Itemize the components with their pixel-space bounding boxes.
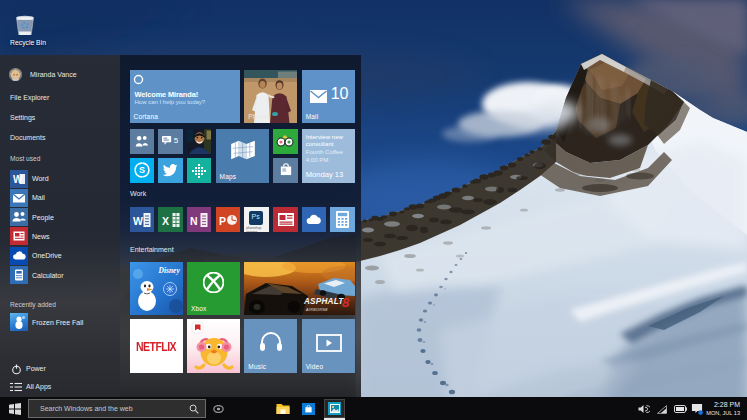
svg-text:Disney: Disney xyxy=(157,266,180,275)
svg-text:W: W xyxy=(13,174,23,185)
svg-text:N: N xyxy=(190,214,198,226)
svg-text:P: P xyxy=(219,214,226,226)
svg-text:S: S xyxy=(139,165,145,175)
svg-text:ASPHALT: ASPHALT xyxy=(303,297,344,306)
svg-text:8: 8 xyxy=(342,295,350,310)
svg-text:X: X xyxy=(162,214,169,226)
svg-text:W: W xyxy=(133,214,143,226)
svg-text:AIRBORNE: AIRBORNE xyxy=(305,308,328,312)
